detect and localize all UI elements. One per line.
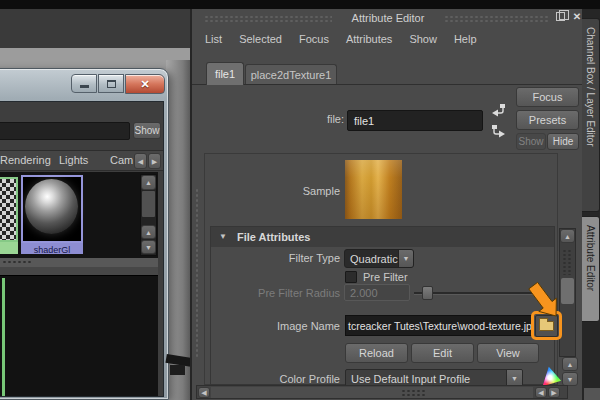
tab-scroll-right-button[interactable]: ▶ xyxy=(148,153,161,169)
filter-type-value: Quadratic xyxy=(345,250,398,267)
menu-help[interactable]: Help xyxy=(454,33,477,45)
annotation-arrow xyxy=(522,276,562,322)
down-arrow-icon: ▼ xyxy=(567,376,574,383)
hypershade-tab-row: Rendering Lights Cam ◀ ▶ xyxy=(0,150,164,171)
up-arrow-icon: ▲ xyxy=(145,229,152,236)
right-arrow-icon: ▶ xyxy=(551,389,556,396)
file-attributes-header[interactable]: ▼ File Attributes xyxy=(211,227,554,247)
up-arrow-icon: ▲ xyxy=(567,361,574,368)
panel-close-icon: ✕ xyxy=(573,11,581,22)
hscroll-left-button[interactable]: ◀ xyxy=(198,387,210,398)
checker-swatch-thumbnail[interactable] xyxy=(0,177,18,242)
file-attributes-title: File Attributes xyxy=(237,231,311,243)
view-button[interactable]: View xyxy=(477,343,539,363)
up-arrow-icon: ▲ xyxy=(564,233,571,240)
slider-thumb[interactable] xyxy=(422,286,433,300)
select-output-connection-button[interactable] xyxy=(490,124,507,140)
swatch-scroll-up2-button[interactable]: ▲ xyxy=(141,225,156,239)
menu-show[interactable]: Show xyxy=(409,33,437,45)
toolbar-strip xyxy=(0,267,158,275)
left-arrow-icon: ◀ xyxy=(538,389,543,396)
file-name-field[interactable]: file1 xyxy=(347,110,483,131)
scroll-mini-down-button[interactable]: ▼ xyxy=(562,372,578,386)
side-tab-channel-box[interactable]: Channel Box / Layer Editor xyxy=(582,18,600,212)
filter-type-dropdown-arrow-icon: ▼ xyxy=(398,250,413,267)
tab-lights[interactable]: Lights xyxy=(59,154,97,170)
collapse-arrow-icon[interactable]: ▼ xyxy=(219,233,227,241)
presets-button[interactable]: Presets xyxy=(516,110,579,130)
attribute-editor-panel: Attribute Editor ✕ List Selected Focus A… xyxy=(190,8,582,400)
tab-scroll-left-button[interactable]: ◀ xyxy=(134,153,147,169)
hypershade-show-button[interactable]: Show xyxy=(133,122,161,139)
pre-filter-checkbox[interactable] xyxy=(345,271,357,283)
show-button[interactable]: Show xyxy=(516,133,546,150)
scroll-mini-up-button[interactable]: ▲ xyxy=(562,357,578,371)
menu-focus[interactable]: Focus xyxy=(299,33,329,45)
swatch-scrollbar[interactable]: ▲ ▲ ▼ xyxy=(140,174,157,256)
file-field-label: file: xyxy=(300,113,344,126)
screen: ✕ Show Rendering Lights Cam ◀ ▶ xyxy=(0,0,600,400)
minimize-icon xyxy=(80,85,89,88)
maximize-button[interactable] xyxy=(98,74,124,93)
right-arrow-icon: ▶ xyxy=(152,158,157,165)
select-input-connection-button[interactable] xyxy=(490,103,507,119)
pre-filter-radius-label: Pre Filter Radius xyxy=(202,287,340,300)
close-window-icon: ✕ xyxy=(140,78,149,91)
top-edge xyxy=(0,0,600,9)
swatch-scroll-thumb[interactable] xyxy=(142,191,155,217)
hscroll-right-button[interactable]: ▶ xyxy=(548,387,560,398)
tab-file1[interactable]: file1 xyxy=(206,62,244,85)
focus-button[interactable]: Focus xyxy=(516,87,579,107)
edit-button[interactable]: Edit xyxy=(411,343,474,363)
close-window-button[interactable]: ✕ xyxy=(125,74,165,94)
reload-button[interactable]: Reload xyxy=(345,343,408,363)
content-horizontal-scrollbar[interactable]: ◀ ◀ ▶ xyxy=(196,385,568,399)
hide-button[interactable]: Hide xyxy=(547,133,579,150)
menu-selected[interactable]: Selected xyxy=(239,33,282,45)
vscroll-thumb[interactable] xyxy=(561,278,574,304)
side-tab-attribute-editor[interactable]: Attribute Editor xyxy=(582,216,600,322)
divider-grip-dots xyxy=(2,260,32,265)
float-icon xyxy=(556,12,565,21)
titlebar-texture-right xyxy=(444,15,550,22)
side-strip-footer xyxy=(584,388,600,400)
up-arrow-icon: ▲ xyxy=(145,179,152,186)
sample-swatch xyxy=(345,160,402,219)
filter-type-dropdown[interactable]: Quadratic ▼ xyxy=(344,249,414,268)
output-connection-icon xyxy=(490,124,507,140)
menu-attributes[interactable]: Attributes xyxy=(346,33,392,45)
image-name-label: Image Name xyxy=(202,320,340,333)
pre-filter-radius-field[interactable]: 2.000 xyxy=(344,284,410,301)
swatch-scroll-up-button[interactable]: ▲ xyxy=(141,175,156,190)
shader-swatch-thumbnail[interactable] xyxy=(21,175,83,243)
pane-divider[interactable] xyxy=(0,258,158,267)
shader-swatch-label[interactable]: shaderGl xyxy=(21,243,83,254)
tab-rendering[interactable]: Rendering xyxy=(0,154,48,170)
tab-cameras[interactable]: Cam xyxy=(110,154,134,170)
pre-filter-label: Pre Filter xyxy=(363,271,433,284)
hypershade-filter-input[interactable] xyxy=(0,122,130,140)
vscroll-up-button[interactable]: ▲ xyxy=(560,229,575,243)
shader-ball xyxy=(25,179,78,234)
input-connection-icon xyxy=(490,103,507,119)
window-gap-shade xyxy=(166,60,190,400)
swatch-panel: shaderGl ▲ ▲ ▼ xyxy=(0,172,158,258)
checker-swatch-label xyxy=(0,242,18,254)
vscroll-track-texture xyxy=(562,249,573,275)
work-area[interactable] xyxy=(0,275,158,397)
minimize-button[interactable] xyxy=(71,74,97,93)
filter-type-label: Filter Type xyxy=(202,252,340,265)
image-name-field[interactable]: tcreacker Tutes\Texture\wood-texture.jpg xyxy=(345,315,533,336)
menu-list[interactable]: List xyxy=(205,33,222,45)
panel-float-button[interactable] xyxy=(556,12,569,25)
tab-place2dtexture1[interactable]: place2dTexture1 xyxy=(245,64,337,84)
panel-titlebar[interactable]: Attribute Editor ✕ xyxy=(192,8,584,28)
sample-label: Sample xyxy=(274,185,340,198)
hscroll-right-left-button[interactable]: ◀ xyxy=(535,387,547,398)
node-tabs-underline xyxy=(192,84,584,85)
hscroll-thumb[interactable] xyxy=(211,387,533,398)
hypershade-window: ✕ Show Rendering Lights Cam ◀ ▶ xyxy=(0,68,169,400)
left-arrow-icon: ◀ xyxy=(201,389,206,396)
swatch-scroll-down-button[interactable]: ▼ xyxy=(141,240,156,254)
panel-drag-handle[interactable] xyxy=(195,188,199,358)
